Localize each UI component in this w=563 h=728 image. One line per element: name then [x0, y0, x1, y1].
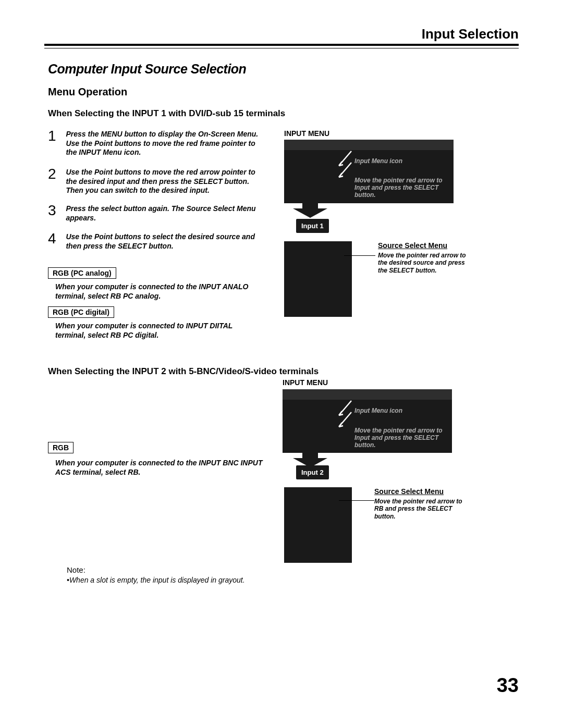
- diagram1-callout-line: [344, 255, 375, 256]
- svg-marker-0: [293, 203, 327, 218]
- step-4: 4 Use the Point buttons to select the de…: [48, 230, 267, 251]
- rgb-pc-analog-label: RGB (PC analog): [48, 267, 116, 279]
- step-1-text: Press the MENU button to display the On-…: [63, 128, 263, 157]
- section-title: Computer Input Source Selection: [48, 61, 246, 77]
- header-rule-thick: [44, 44, 519, 46]
- rgb-pc-digital-label: RGB (PC digital): [48, 306, 114, 318]
- subheading-input1: When Selecting the INPUT 1 with DVI/D-su…: [48, 108, 285, 119]
- menu-operation-heading: Menu Operation: [48, 86, 127, 98]
- step-4-number: 4: [48, 230, 60, 247]
- diagram1-menu-bar: [284, 140, 454, 150]
- rgb2-label: RGB: [48, 442, 74, 453]
- step-3-number: 3: [48, 202, 60, 219]
- diagram1-input-badge: Input 1: [296, 219, 329, 233]
- diagram2-source-menu-label: Source Select Menu: [374, 487, 444, 496]
- rgb-pc-digital-desc: When your computer is connected to INPUT…: [55, 322, 264, 340]
- diagram1-source-menu-box: [284, 241, 352, 317]
- note-label: Note:: [67, 565, 85, 574]
- step-3-text: Press the select button again. The Sourc…: [63, 202, 263, 223]
- step-4-text: Use the Point buttons to select the desi…: [63, 230, 263, 251]
- diagram1-source-menu-desc: Move the pointer red arrow to the desire…: [378, 252, 467, 274]
- header-rule-thin: [44, 48, 519, 48]
- diagram2-source-menu-desc: Move the pointer red arrow to RB and pre…: [374, 498, 463, 520]
- diagram1-down-arrow-icon: [292, 203, 328, 219]
- step-2-text: Use the Point buttons to move the red ar…: [63, 166, 263, 195]
- diagram2-callout-pointer: Move the pointer red arrow to Input and …: [354, 427, 459, 449]
- diagram1-arrow-icon-2: [338, 162, 352, 178]
- note-text: •When a slot is empty, the input is disp…: [67, 576, 245, 584]
- diagram1-source-menu-label: Source Select Menu: [378, 241, 447, 250]
- page-header-title: Input Selection: [422, 26, 519, 42]
- rgb-pc-analog-desc: When your computer is connected to the I…: [55, 282, 264, 301]
- diagram1-callout-icon: Input Menu icon: [354, 158, 402, 165]
- diagram2-callout-icon: Input Menu icon: [354, 408, 402, 415]
- diagram2-menu-bar: [283, 389, 452, 400]
- step-2-number: 2: [48, 166, 60, 182]
- page-number: 33: [497, 674, 519, 697]
- step-1-number: 1: [48, 128, 60, 144]
- diagram1-input-menu-label: INPUT MENU: [284, 129, 329, 138]
- diagram2-input-menu-label: INPUT MENU: [283, 378, 328, 387]
- step-3: 3 Press the select button again. The Sou…: [48, 202, 267, 223]
- subheading-input2: When Selecting the INPUT 2 with 5-BNC/Vi…: [48, 366, 319, 377]
- diagram2-source-menu-box: [284, 487, 352, 563]
- diagram2-input-badge: Input 2: [296, 465, 329, 479]
- diagram1-callout-pointer: Move the pointer red arrow to Input and …: [354, 177, 459, 199]
- diagram2-callout-line: [339, 500, 374, 501]
- step-1: 1 Press the MENU button to display the O…: [48, 128, 267, 157]
- rgb2-desc: When your computer is connected to the I…: [55, 459, 264, 477]
- step-2: 2 Use the Point buttons to move the red …: [48, 166, 267, 195]
- diagram2-arrow-icon-2: [338, 411, 352, 428]
